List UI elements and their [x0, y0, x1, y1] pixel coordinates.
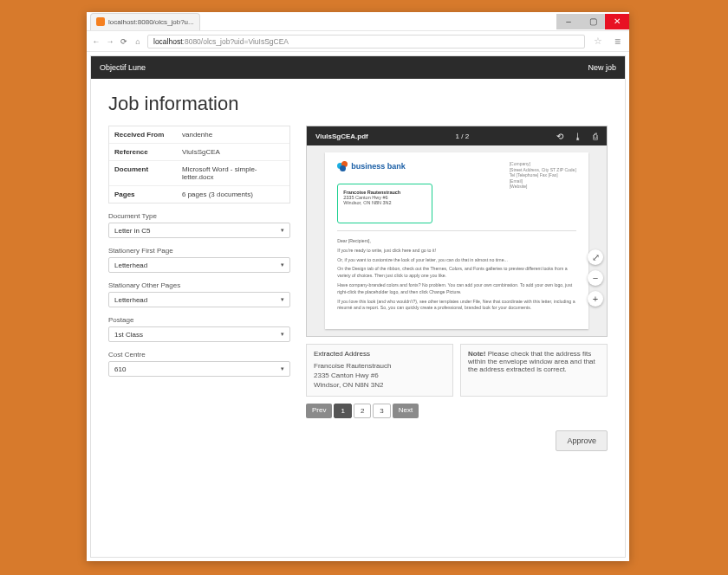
other-pages-field: Stationary Other Pages Letterhead ▾ [108, 281, 290, 307]
approve-area: Approve [556, 430, 608, 451]
chevron-down-icon: ▾ [281, 365, 284, 372]
table-row: Received From vandenhe [109, 126, 289, 144]
window-titlebar: localhost:8080/olcs_job?u... – ▢ ✕ [87, 12, 629, 31]
left-column: Received From vandenhe Reference ViuIsSg… [108, 126, 290, 451]
tab-title: localhost:8080/olcs_job?u... [108, 18, 194, 26]
zoom-in-icon[interactable]: + [588, 291, 603, 307]
letter-paragraph: If you're ready to write, just click her… [337, 248, 576, 255]
back-icon[interactable]: ← [92, 37, 101, 46]
home-icon[interactable]: ⌂ [133, 37, 142, 46]
brand-bar: Objectif Lune New job [91, 56, 625, 79]
document-type-select[interactable]: Letter in C5 ▾ [108, 223, 290, 238]
maximize-button[interactable]: ▢ [581, 14, 605, 29]
postage-select[interactable]: 1st Class ▾ [108, 326, 290, 342]
rotate-icon[interactable]: ⟲ [556, 132, 563, 141]
extracted-heading: Extracted Address [314, 350, 445, 358]
reference-value: ViuIsSgCEA [177, 144, 289, 160]
cost-centre-select[interactable]: 610 ▾ [108, 361, 290, 377]
pager: Prev 1 2 3 Next [306, 404, 608, 418]
page-1-button[interactable]: 1 [334, 404, 351, 418]
prev-button[interactable]: Prev [306, 404, 332, 418]
envelope-window: Francoise Rautenstrauch 2335 Canton Hwy … [337, 184, 432, 223]
page-body: Objectif Lune New job Job information Re… [87, 52, 629, 561]
first-page-field: Stationery First Page Letterhead ▾ [108, 247, 290, 273]
favicon [96, 17, 105, 26]
right-column: ViuIsSgCEA.pdf 1 / 2 ⟲ ⭳ ⎙ [306, 126, 608, 451]
pages-value: 6 pages (3 documents) [177, 186, 289, 203]
browser-window: localhost:8080/olcs_job?u... – ▢ ✕ ← → ⟳… [87, 12, 629, 561]
other-pages-select[interactable]: Letterhead ▾ [108, 292, 290, 307]
recipient-line2: Windsor, ON N8N 3N2 [343, 200, 426, 205]
chevron-down-icon: ▾ [281, 227, 284, 234]
extracted-address-panel: Extracted Address Francoise Rautenstrauc… [306, 344, 453, 397]
first-page-label: Stationery First Page [108, 247, 290, 255]
bookmark-icon[interactable]: ☆ [590, 36, 606, 47]
reload-icon[interactable]: ⟳ [120, 37, 128, 46]
new-job-link[interactable]: New job [588, 63, 616, 72]
page-title: Job information [108, 93, 608, 115]
note-panel: Note! Please check that the address fits… [460, 344, 608, 397]
job-info-table: Received From vandenhe Reference ViuIsSg… [108, 126, 290, 204]
note-text: Please check that the address fits withi… [468, 350, 595, 373]
browser-tab[interactable]: localhost:8080/olcs_job?u... [90, 13, 200, 30]
other-pages-label: Stationary Other Pages [108, 281, 290, 289]
first-page-select[interactable]: Letterhead ▾ [108, 257, 290, 273]
table-row: Document Microsoft Word - simple-letter.… [109, 161, 289, 186]
extracted-line: 2335 Canton Hwy #6 [314, 371, 445, 380]
minimize-button[interactable]: – [556, 14, 581, 29]
postage-value: 1st Class [114, 331, 143, 339]
document-type-label: Document Type [108, 212, 290, 220]
forward-icon[interactable]: → [106, 37, 114, 46]
company-address: [Company] [Street Address, City ST ZIP C… [510, 161, 576, 190]
note-label: Note! [468, 350, 485, 358]
pdf-viewer: ViuIsSgCEA.pdf 1 / 2 ⟲ ⭳ ⎙ [306, 126, 608, 337]
letter-paragraph: Have company-branded colors and fonts? N… [337, 282, 576, 296]
company-name: business bank [351, 162, 406, 171]
close-button[interactable]: ✕ [605, 14, 629, 29]
letter-paragraph: If you love this look (and who wouldn't?… [337, 299, 576, 313]
page-2-button[interactable]: 2 [354, 404, 371, 418]
reference-label: Reference [109, 144, 177, 160]
url-input[interactable]: localhost:8080/olcs_job?uid=ViuIsSgCEA [147, 35, 585, 48]
cost-centre-field: Cost Centre 610 ▾ [108, 351, 290, 377]
pages-label: Pages [109, 186, 177, 203]
pdf-filename: ViuIsSgCEA.pdf [315, 132, 368, 140]
window-controls: – ▢ ✕ [556, 14, 629, 29]
page-3-button[interactable]: 3 [373, 404, 390, 418]
cost-centre-value: 610 [114, 365, 126, 373]
zoom-out-icon[interactable]: − [588, 270, 603, 286]
next-button[interactable]: Next [393, 404, 419, 418]
table-row: Pages 6 pages (3 documents) [109, 186, 289, 203]
document-type-field: Document Type Letter in C5 ▾ [108, 212, 290, 238]
received-from-label: Received From [109, 126, 177, 143]
fit-icon[interactable]: ⤢ [588, 249, 603, 265]
pdf-canvas[interactable]: business bank [Company] [Street Address,… [307, 145, 607, 336]
brand-title: Objectif Lune [100, 63, 146, 72]
url-host: localhost [153, 37, 183, 46]
approve-button[interactable]: Approve [556, 430, 608, 451]
letter-paragraph: On the Design tab of the ribbon, check o… [337, 266, 576, 280]
url-path: /olcs_job?uid=ViuIsSgCEA [201, 37, 289, 46]
extracted-line: Francoise Rautenstrauch [314, 361, 445, 371]
table-row: Reference ViuIsSgCEA [109, 144, 289, 161]
pdf-toolbar: ViuIsSgCEA.pdf 1 / 2 ⟲ ⭳ ⎙ [307, 126, 607, 145]
address-bar: ← → ⟳ ⌂ localhost:8080/olcs_job?uid=ViuI… [87, 31, 629, 52]
document-type-value: Letter in C5 [114, 227, 150, 235]
document-value: Microsoft Word - simple-letter.docx [177, 161, 289, 185]
cost-centre-label: Cost Centre [108, 351, 290, 359]
chevron-down-icon: ▾ [281, 331, 284, 338]
first-page-value: Letterhead [114, 262, 147, 269]
chevron-down-icon: ▾ [281, 296, 284, 303]
chevron-down-icon: ▾ [281, 262, 284, 268]
pdf-page-indicator: 1 / 2 [456, 132, 470, 140]
print-icon[interactable]: ⎙ [593, 132, 598, 141]
document-preview: business bank [Company] [Street Address,… [325, 152, 588, 329]
postage-field: Postage 1st Class ▾ [108, 316, 290, 342]
letter-paragraph: Or, if you want to customize the look of… [337, 257, 576, 264]
letter-greeting: Dear [Recipient], [337, 238, 576, 245]
received-from-value: vandenhe [177, 126, 289, 143]
extracted-line: Windsor, ON N8N 3N2 [314, 380, 445, 390]
menu-icon[interactable]: ≡ [611, 36, 624, 48]
other-pages-value: Letterhead [114, 296, 147, 304]
download-icon[interactable]: ⭳ [574, 132, 582, 141]
